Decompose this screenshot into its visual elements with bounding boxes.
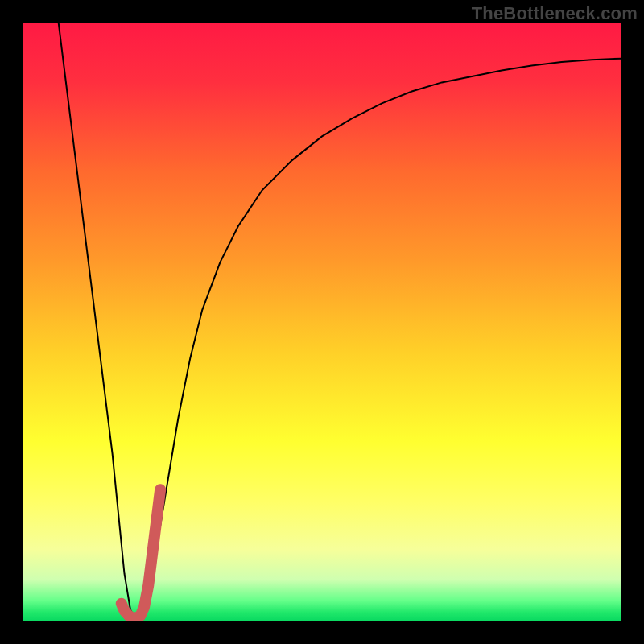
- chart-frame: TheBottleneck.com: [0, 0, 644, 644]
- chart-plot: [23, 23, 621, 621]
- chart-background: [23, 23, 621, 621]
- watermark-text: TheBottleneck.com: [472, 3, 638, 24]
